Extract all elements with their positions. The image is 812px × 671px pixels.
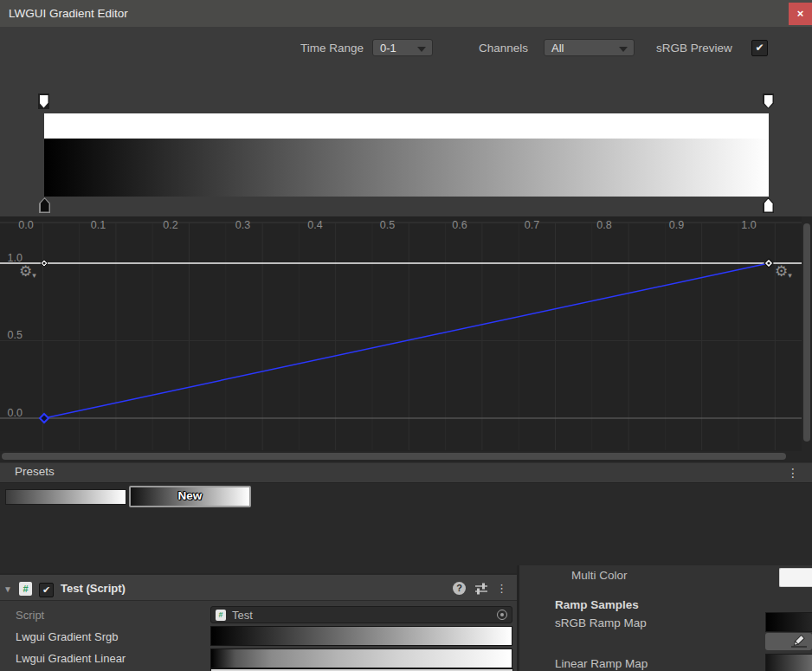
presets-sliders-icon[interactable]	[474, 582, 488, 599]
gradient-editor-window: LWGUI Gradient Editor × Time Range 0-1 C…	[0, 0, 812, 671]
color-key-marker-left[interactable]	[39, 197, 50, 213]
alpha-key-marker-right[interactable]	[763, 94, 774, 109]
axis-tick-label: 0.9	[669, 219, 684, 231]
linear-ramp-map-label: Linear Ramp Map	[555, 657, 648, 670]
gradient-srgb-field[interactable]	[210, 626, 512, 646]
axis-tick-label: 0.0	[0, 408, 23, 419]
axis-tick-label: 0.5	[0, 330, 23, 341]
csharp-script-icon: #	[216, 610, 226, 621]
curve-options-gear-left[interactable]: ⚙▾	[19, 264, 40, 281]
alpha-key-right-center	[767, 261, 770, 264]
axis-tick-label: 0.2	[163, 219, 177, 231]
axis-tick-label: 0.7	[525, 219, 539, 231]
time-range-label: Time Range	[300, 41, 364, 56]
preset-swatch-new[interactable]: New	[129, 486, 251, 507]
vertical-scrollbar-handle[interactable]	[803, 223, 810, 442]
multi-color-swatch[interactable]	[779, 568, 812, 587]
curve-plot[interactable]	[0, 216, 812, 462]
multi-color-label: Multi Color	[571, 569, 628, 582]
preset-swatch-gradient[interactable]	[5, 489, 126, 505]
linear-ramp-map-swatch[interactable]	[765, 654, 812, 671]
axis-tick-label: 0.5	[380, 219, 395, 231]
script-field-value: Test	[232, 609, 253, 622]
object-picker-icon[interactable]	[497, 610, 507, 620]
window-title: LWGUI Gradient Editor	[9, 0, 128, 27]
curve-editor[interactable]: 1.00.50.0	[0, 216, 812, 462]
gradient-color-strip[interactable]	[44, 139, 769, 197]
value-key-left[interactable]	[40, 414, 48, 423]
gear-icon: ⚙	[775, 263, 788, 280]
chevron-down-icon: ▾	[32, 271, 36, 280]
title-bar[interactable]: LWGUI Gradient Editor ×	[0, 0, 812, 27]
gear-icon: ⚙	[19, 263, 32, 280]
chevron-down-icon	[417, 47, 426, 52]
srgb-preview-checkbox[interactable]: ✔	[751, 40, 768, 56]
srgb-preview-label: sRGB Preview	[656, 41, 732, 56]
kebab-menu-icon[interactable]: ⋮	[787, 466, 799, 480]
channels-dropdown[interactable]: All	[544, 39, 635, 56]
horizontal-scrollbar-handle[interactable]	[2, 453, 786, 460]
gradient-linear-label: Lwgui Gradient Linear	[16, 652, 126, 665]
component-title: Test (Script)	[61, 582, 126, 595]
time-range-value: 0-1	[380, 42, 396, 55]
axis-tick-label: 0.6	[452, 219, 467, 231]
axis-tick-label: 0.8	[596, 219, 611, 231]
pencil-icon	[765, 633, 812, 650]
csharp-script-icon: #	[19, 582, 32, 596]
script-object-field[interactable]: # Test	[210, 606, 512, 623]
gradient-alpha-strip[interactable]	[44, 113, 769, 139]
edit-ramp-button[interactable]	[765, 633, 812, 650]
axis-tick-label: 0.4	[307, 219, 322, 231]
chevron-down-icon: ▾	[788, 271, 792, 280]
preset-label: New	[131, 489, 249, 502]
component-enabled-checkbox[interactable]: ✔	[39, 583, 54, 597]
time-range-dropdown[interactable]: 0-1	[372, 39, 433, 56]
alpha-key-marker-left[interactable]	[38, 94, 49, 109]
gradient-srgb-label: Lwgui Gradient Srgb	[16, 630, 119, 643]
axis-tick-label: 0.0	[18, 219, 33, 231]
curve-options-gear-right[interactable]: ⚙▾	[775, 264, 796, 281]
foldout-arrow-icon[interactable]: ▼	[3, 584, 12, 594]
presets-title: Presets	[15, 465, 55, 478]
srgb-ramp-map-label: sRGB Ramp Map	[555, 616, 647, 629]
chevron-down-icon	[619, 47, 628, 52]
help-icon[interactable]: ?	[453, 582, 466, 595]
channels-label: Channels	[479, 41, 528, 56]
axis-tick-label: 1.0	[741, 219, 756, 231]
axis-tick-label: 0.3	[235, 219, 250, 231]
script-row-label: Script	[16, 609, 44, 622]
channels-value: All	[551, 42, 564, 55]
kebab-menu-icon[interactable]: ⋮	[496, 582, 506, 595]
color-key-marker-right[interactable]	[763, 197, 774, 213]
ramp-samples-heading: Ramp Samples	[555, 598, 639, 611]
close-button[interactable]: ×	[789, 3, 812, 25]
alpha-key-left-center	[42, 261, 45, 264]
srgb-ramp-map-swatch[interactable]	[765, 612, 812, 632]
presets-header	[0, 462, 812, 483]
gradient-linear-field[interactable]	[210, 648, 512, 668]
axis-tick-label: 0.1	[91, 219, 106, 231]
